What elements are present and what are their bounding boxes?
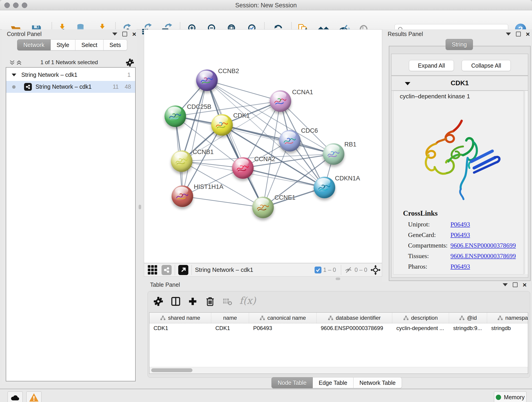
- selected-checkbox-icon[interactable]: [315, 267, 322, 274]
- gene-details: cyclin–dependent kinase 1: [393, 91, 524, 274]
- crosslink-link[interactable]: 9606.ENSP00000378699: [450, 242, 516, 249]
- network-view-toolbar: String Network – cdk1 1 – 0 0 – 0: [144, 263, 382, 277]
- crosslinks-block: CrossLinks Uniprot:P06493GeneCard:P06493…: [403, 209, 516, 274]
- selection-status: 1 of 1 Network selected: [2, 59, 137, 65]
- gear-icon[interactable]: [126, 58, 134, 68]
- network-node-ccnb1[interactable]: [171, 150, 192, 172]
- add-column-icon[interactable]: [187, 295, 199, 307]
- panel-menu-icon[interactable]: [112, 32, 117, 36]
- tab-sets[interactable]: Sets: [104, 39, 127, 51]
- title-bar: Session: New Session: [0, 0, 532, 10]
- network-node-hist1h1a[interactable]: [172, 185, 193, 207]
- table-cell[interactable]: 9606.ENSP00000378699: [317, 323, 392, 333]
- panel-float-icon[interactable]: [513, 282, 518, 287]
- table-cell[interactable]: P06493: [249, 323, 317, 333]
- network-node-ccnb2[interactable]: [196, 70, 218, 91]
- panel-float-icon[interactable]: [122, 32, 127, 36]
- crosslink-link[interactable]: P06493: [450, 231, 470, 239]
- memory-button[interactable]: Memory: [494, 391, 526, 402]
- cloud-icon[interactable]: [7, 391, 23, 402]
- table-settings-gear-icon[interactable]: [152, 295, 164, 307]
- network-node-cdc6[interactable]: [279, 130, 301, 152]
- network-row-selected[interactable]: String Network – cdk1 11 48: [6, 81, 135, 93]
- table-cell[interactable]: stringdb: [487, 323, 528, 333]
- network-node-cdc25b[interactable]: [165, 105, 186, 127]
- tab-string[interactable]: String: [446, 39, 473, 50]
- crosslink-link[interactable]: P06493: [450, 263, 470, 270]
- tree-expander-icon[interactable]: [12, 74, 16, 76]
- crosslink-link[interactable]: P06493: [450, 221, 470, 228]
- app-window: Session: New Session: [0, 0, 532, 402]
- panel-menu-icon[interactable]: [503, 283, 508, 286]
- network-node-ccne1[interactable]: [252, 197, 274, 218]
- column-header-namespace[interactable]: namespace: [487, 313, 528, 323]
- results-scrollbar[interactable]: [525, 91, 528, 274]
- function-builder-icon: f(x): [239, 295, 256, 306]
- table-cell[interactable]: cyclin-dependent ...: [392, 323, 449, 333]
- panel-close-icon[interactable]: ×: [132, 32, 136, 36]
- vertical-splitter-handle[interactable]: [139, 205, 141, 209]
- columns-icon[interactable]: [170, 295, 182, 307]
- status-bar: Memory: [0, 389, 532, 402]
- network-node-ccna2[interactable]: [232, 157, 254, 179]
- panel-float-icon[interactable]: [516, 32, 521, 36]
- panel-close-icon[interactable]: ×: [523, 283, 527, 287]
- network-collection-row[interactable]: String Network – cdk1 1: [6, 69, 135, 81]
- results-buttons-row: Expand All Collapse All: [391, 54, 528, 76]
- horizontal-splitter-handle[interactable]: [336, 278, 340, 280]
- network-node-cdkn1a[interactable]: [314, 177, 335, 198]
- panel-menu-icon[interactable]: [506, 32, 511, 36]
- network-node-ccna1[interactable]: [270, 90, 291, 112]
- table-hscrollbar: [149, 367, 528, 374]
- delete-table-icon[interactable]: [222, 295, 234, 307]
- gene-section: CDK1 cyclin–dependent kinase 1: [391, 76, 528, 278]
- table-cell[interactable]: CDK1: [149, 323, 211, 333]
- warning-icon[interactable]: [26, 391, 41, 402]
- network-edge[interactable]: [182, 80, 207, 196]
- column-header-name[interactable]: name: [211, 313, 249, 323]
- string-network-icon: [24, 83, 32, 91]
- share-network-icon[interactable]: [162, 265, 172, 275]
- network-edge[interactable]: [182, 196, 263, 207]
- crosslink-row: GeneCard:P06493: [403, 231, 516, 242]
- tab-network-table[interactable]: Network Table: [354, 377, 402, 388]
- network-node-cdk1[interactable]: [211, 114, 233, 136]
- column-header-description[interactable]: description: [392, 313, 449, 323]
- crosslink-label: Compartments:: [408, 242, 450, 249]
- crosslink-row: Compartments:9606.ENSP00000378699: [403, 242, 516, 252]
- network-canvas[interactable]: CCNB2 CCNA1 CDC25B CDK1 CDC6 RB1 CCNB1 C…: [144, 29, 382, 263]
- control-panel: Control Panel × NetworkStyleSelectSets 1…: [2, 29, 137, 384]
- column-header--id[interactable]: @id: [449, 313, 487, 323]
- tab-network[interactable]: Network: [17, 39, 51, 51]
- hidden-eye-icon[interactable]: [344, 266, 353, 274]
- move-tool-icon[interactable]: [369, 265, 382, 275]
- tab-select[interactable]: Select: [75, 39, 103, 51]
- column-header-canonical-name[interactable]: canonical name: [249, 313, 317, 323]
- open-in-window-icon[interactable]: [178, 265, 188, 275]
- table-cell[interactable]: CDK1: [211, 323, 249, 333]
- crosslink-link[interactable]: 9606.ENSP00000378699: [450, 252, 516, 260]
- expand-all-button[interactable]: Expand All: [409, 60, 454, 71]
- node-label-ccna1: CCNA1: [292, 89, 313, 96]
- column-header-shared-name[interactable]: shared name: [149, 313, 211, 323]
- hidden-counter: 0 – 0: [355, 267, 367, 273]
- tab-node-table[interactable]: Node Table: [272, 377, 313, 388]
- tab-edge-table[interactable]: Edge Table: [313, 377, 354, 388]
- main-toolbar: ?: [0, 10, 532, 30]
- table-cell[interactable]: stringdb:9...: [449, 323, 487, 333]
- panel-close-icon[interactable]: ×: [526, 32, 530, 36]
- gene-section-header[interactable]: CDK1: [392, 76, 528, 91]
- memory-status-icon: [496, 395, 501, 400]
- node-count: 11: [113, 83, 119, 90]
- selected-counter: 1 – 0: [323, 267, 336, 273]
- table-hscrollbar-thumb[interactable]: [151, 368, 192, 372]
- results-panel: Results Panel × String Expand All Collap…: [382, 29, 532, 282]
- column-header-database-identifier[interactable]: database identifier: [317, 313, 392, 323]
- grid-view-icon[interactable]: [147, 265, 158, 275]
- memory-label: Memory: [504, 394, 525, 401]
- tab-style[interactable]: Style: [51, 39, 76, 51]
- delete-column-icon[interactable]: [204, 295, 216, 307]
- network-node-rb1[interactable]: [323, 143, 344, 165]
- gene-description: cyclin–dependent kinase 1: [400, 93, 470, 100]
- collapse-all-button[interactable]: Collapse All: [462, 60, 511, 71]
